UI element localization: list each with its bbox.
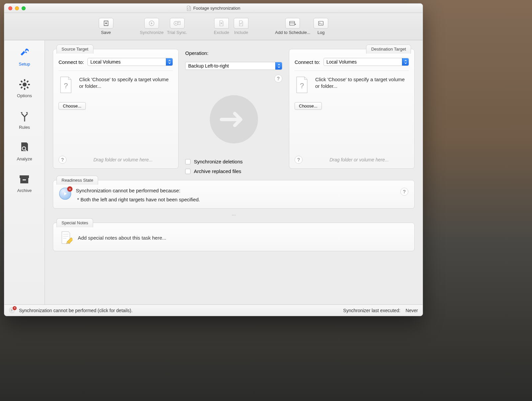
destination-choose-button[interactable]: Choose... [295, 102, 322, 110]
destination-connect-value: Local Volumes [327, 59, 357, 65]
targets-row: Source Target Connect to: Local Volumes [53, 49, 415, 174]
destination-prompt-text: Click 'Choose' to specify a target volum… [315, 76, 409, 90]
analyze-icon [18, 141, 31, 154]
toolbar-include[interactable]: Include [234, 18, 248, 35]
destination-drop-hint: Drag folder or volume here... [309, 157, 409, 162]
source-prompt-text: Click 'Choose' to specify a target volum… [79, 76, 173, 90]
special-notes-title: Special Notes [57, 218, 93, 227]
special-notes-field[interactable]: Add special notes about this task here..… [78, 235, 166, 241]
branch-icon [18, 109, 31, 123]
archive-icon [18, 173, 31, 186]
document-icon [187, 6, 191, 11]
destination-body[interactable]: ? Click 'Choose' to specify a target vol… [295, 71, 409, 164]
source-choose-button[interactable]: Choose... [59, 102, 86, 110]
source-connect-label: Connect to: [59, 59, 84, 65]
svg-rect-5 [319, 21, 323, 25]
toolbar: Save Synchronize Trial Sync. Exclude [4, 13, 423, 40]
document-unknown-icon: ? [295, 76, 309, 94]
toolbar-exclude[interactable]: Exclude [214, 18, 229, 35]
readiness-heading: Synchronization cannot be performed beca… [76, 188, 396, 193]
toolbar-log[interactable]: Log [314, 18, 328, 35]
sidebar-rules-label: Rules [19, 125, 30, 130]
toolbar-schedule-label: Add to Schedule... [275, 30, 310, 35]
destination-target-group: Destination Target Connect to: Local Vol… [289, 49, 415, 169]
toolbar-trial-label: Trial Sync. [167, 30, 187, 35]
status-left[interactable]: ✕ Synchronization cannot be performed (c… [9, 307, 133, 314]
status-right: Synchronizer last executed: Never [343, 308, 418, 313]
source-drop-hint: Drag folder or volume here... [73, 157, 173, 162]
operation-label: Operation: [185, 50, 282, 56]
destination-target-title: Destination Target [366, 45, 411, 54]
svg-point-6 [23, 83, 27, 87]
window-title-text: Footage synchronization [193, 6, 240, 11]
status-last-executed-value: Never [406, 308, 418, 313]
readiness-panel: Readiness State ✕ Synchronization cannot… [53, 180, 415, 209]
source-connect-select[interactable]: Local Volumes [87, 58, 173, 66]
checkbox-icon [185, 159, 191, 164]
titlebar: Footage synchronization [4, 4, 423, 13]
source-connect-row: Connect to: Local Volumes [59, 58, 173, 66]
destination-connect-label: Connect to: [295, 59, 320, 65]
sidebar-item-options[interactable]: Options [17, 78, 32, 98]
content: Source Target Connect to: Local Volumes [45, 40, 423, 304]
sidebar-item-analyze[interactable]: Analyze [17, 141, 32, 161]
note-pencil-icon [59, 230, 72, 245]
sidebar-item-rules[interactable]: Rules [18, 109, 31, 130]
svg-rect-8 [20, 175, 29, 178]
chevron-updown-icon [166, 58, 173, 66]
chevron-updown-icon [402, 58, 409, 66]
svg-rect-9 [20, 178, 28, 183]
svg-rect-10 [23, 179, 26, 180]
readiness-title: Readiness State [57, 176, 98, 185]
toolbar-add-to-schedule[interactable]: Add to Schedule... [275, 18, 310, 35]
readiness-help-button[interactable]: ? [400, 188, 408, 196]
sidebar-options-label: Options [17, 93, 32, 98]
toolbar-synchronize-label: Synchronize [140, 30, 164, 35]
window-title: Footage synchronization [4, 6, 423, 11]
direction-arrow-icon [210, 95, 258, 143]
save-icon [99, 18, 113, 29]
destination-help-button[interactable]: ? [295, 156, 303, 164]
destination-connect-row: Connect to: Local Volumes [295, 58, 409, 66]
splitter-handle[interactable] [232, 215, 235, 217]
include-icon [234, 18, 248, 29]
schedule-icon [285, 18, 300, 29]
toolbar-synchronize[interactable]: Synchronize [140, 18, 164, 35]
play-checklist-icon [170, 18, 185, 29]
svg-rect-4 [290, 21, 295, 25]
toolbar-include-label: Include [234, 30, 248, 35]
operation-select[interactable]: Backup Left-to-right [185, 62, 282, 70]
toolbar-exclude-label: Exclude [214, 30, 229, 35]
body: Setup Options Rules Analyze [4, 40, 423, 304]
exclude-icon [214, 18, 229, 29]
error-badge-icon: ✕ [67, 186, 72, 192]
status-message: Synchronization cannot be performed (cli… [19, 308, 133, 313]
source-target-title: Source Target [57, 45, 93, 54]
svg-text:?: ? [64, 82, 68, 90]
sync-deletions-checkbox[interactable]: Synchronize deletions [185, 159, 282, 164]
operation-help-button[interactable]: ? [274, 75, 282, 83]
source-target-group: Source Target Connect to: Local Volumes [53, 49, 179, 169]
sidebar-archive-label: Archive [17, 188, 32, 193]
archive-replaced-label: Archive replaced files [194, 168, 241, 174]
play-icon [144, 18, 159, 29]
app-window: Footage synchronization Save Synchronize… [4, 3, 423, 316]
toolbar-save-label: Save [101, 30, 111, 35]
sidebar: Setup Options Rules Analyze [4, 40, 45, 304]
operation-column: Operation: Backup Left-to-right ? [185, 49, 282, 174]
readiness-status-icon: ✕ [59, 188, 71, 200]
source-help-button[interactable]: ? [59, 156, 66, 164]
sidebar-item-setup[interactable]: Setup [18, 46, 31, 67]
toolbar-trial-sync[interactable]: Trial Sync. [167, 18, 187, 35]
gear-icon [18, 78, 31, 91]
wrench-icon [18, 46, 31, 60]
operation-value: Backup Left-to-right [188, 63, 229, 69]
destination-connect-select[interactable]: Local Volumes [324, 58, 409, 66]
sidebar-item-archive[interactable]: Archive [17, 173, 32, 193]
toolbar-save[interactable]: Save [99, 18, 113, 35]
archive-replaced-checkbox[interactable]: Archive replaced files [185, 168, 282, 174]
sidebar-setup-label: Setup [19, 62, 30, 67]
toolbar-exclude-include-group: Exclude Include [214, 18, 248, 35]
readiness-bullet: * Both the left and right targets have n… [76, 197, 396, 202]
source-body[interactable]: ? Click 'Choose' to specify a target vol… [59, 71, 173, 164]
